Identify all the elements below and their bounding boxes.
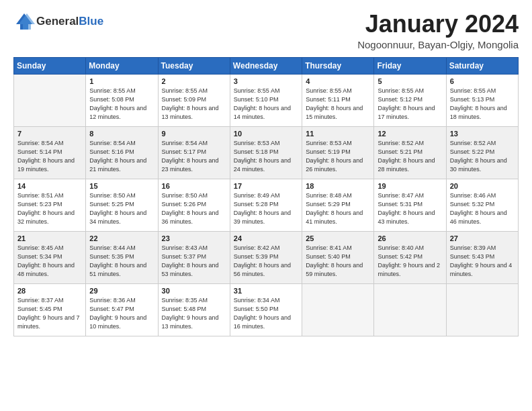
calendar-cell: 19Sunrise: 8:47 AM Sunset: 5:31 PM Dayli… <box>374 179 446 231</box>
calendar-cell: 8Sunrise: 8:54 AM Sunset: 5:16 PM Daylig… <box>86 126 158 179</box>
day-number: 14 <box>17 182 82 190</box>
header-saturday: Saturday <box>446 57 518 74</box>
day-number: 20 <box>450 182 515 190</box>
logo-icon <box>13 11 35 32</box>
calendar-cell: 11Sunrise: 8:53 AM Sunset: 5:19 PM Dayli… <box>302 126 374 179</box>
header-tuesday: Tuesday <box>158 57 230 74</box>
day-number: 2 <box>162 77 226 85</box>
calendar-cell <box>374 283 446 336</box>
day-number: 31 <box>234 287 298 295</box>
calendar-cell: 17Sunrise: 8:49 AM Sunset: 5:28 PM Dayli… <box>230 179 302 231</box>
page: GeneralBlue January 2024 Nogoonnuur, Bay… <box>0 0 532 411</box>
calendar-cell: 6Sunrise: 8:55 AM Sunset: 5:13 PM Daylig… <box>446 74 518 126</box>
calendar-cell: 22Sunrise: 8:44 AM Sunset: 5:35 PM Dayli… <box>86 231 158 283</box>
day-info: Sunrise: 8:46 AM Sunset: 5:32 PM Dayligh… <box>450 191 515 226</box>
day-number: 3 <box>234 77 298 85</box>
calendar-table: Sunday Monday Tuesday Wednesday Thursday… <box>13 57 519 336</box>
day-number: 28 <box>17 287 82 295</box>
day-info: Sunrise: 8:55 AM Sunset: 5:08 PM Dayligh… <box>89 87 154 122</box>
calendar-header-row: Sunday Monday Tuesday Wednesday Thursday… <box>14 57 519 74</box>
day-number: 23 <box>162 234 226 242</box>
logo: GeneralBlue <box>13 11 103 32</box>
day-info: Sunrise: 8:50 AM Sunset: 5:25 PM Dayligh… <box>89 191 154 226</box>
calendar-week-row: 21Sunrise: 8:45 AM Sunset: 5:34 PM Dayli… <box>14 231 519 283</box>
header-wednesday: Wednesday <box>230 57 302 74</box>
day-number: 29 <box>89 287 154 295</box>
calendar-cell <box>446 283 518 336</box>
day-number: 30 <box>162 287 226 295</box>
day-info: Sunrise: 8:47 AM Sunset: 5:31 PM Dayligh… <box>378 191 442 226</box>
day-info: Sunrise: 8:49 AM Sunset: 5:28 PM Dayligh… <box>234 191 298 226</box>
day-info: Sunrise: 8:54 AM Sunset: 5:16 PM Dayligh… <box>89 139 154 174</box>
day-info: Sunrise: 8:39 AM Sunset: 5:43 PM Dayligh… <box>450 244 515 279</box>
calendar-week-row: 14Sunrise: 8:51 AM Sunset: 5:23 PM Dayli… <box>14 179 519 231</box>
calendar-cell: 13Sunrise: 8:52 AM Sunset: 5:22 PM Dayli… <box>446 126 518 179</box>
calendar-cell: 27Sunrise: 8:39 AM Sunset: 5:43 PM Dayli… <box>446 231 518 283</box>
month-title: January 2024 <box>357 11 519 38</box>
day-info: Sunrise: 8:48 AM Sunset: 5:29 PM Dayligh… <box>306 191 370 226</box>
calendar-cell: 26Sunrise: 8:40 AM Sunset: 5:42 PM Dayli… <box>374 231 446 283</box>
day-number: 25 <box>306 234 370 242</box>
day-number: 26 <box>378 234 442 242</box>
day-info: Sunrise: 8:36 AM Sunset: 5:47 PM Dayligh… <box>89 296 154 331</box>
day-number: 18 <box>306 182 370 190</box>
header-monday: Monday <box>86 57 158 74</box>
day-number: 9 <box>162 130 226 138</box>
title-block: January 2024 Nogoonnuur, Bayan-Olgiy, Mo… <box>357 11 519 50</box>
day-number: 10 <box>234 130 298 138</box>
header-thursday: Thursday <box>302 57 374 74</box>
logo-general-text: General <box>36 15 79 28</box>
logo-blue-text: Blue <box>79 15 103 28</box>
day-number: 11 <box>306 130 370 138</box>
day-number: 13 <box>450 130 515 138</box>
calendar-cell: 9Sunrise: 8:54 AM Sunset: 5:17 PM Daylig… <box>158 126 230 179</box>
day-number: 1 <box>89 77 154 85</box>
day-info: Sunrise: 8:52 AM Sunset: 5:21 PM Dayligh… <box>378 139 442 174</box>
calendar-cell <box>14 74 86 126</box>
day-info: Sunrise: 8:55 AM Sunset: 5:10 PM Dayligh… <box>234 87 298 122</box>
day-info: Sunrise: 8:35 AM Sunset: 5:48 PM Dayligh… <box>162 296 226 331</box>
calendar-cell: 7Sunrise: 8:54 AM Sunset: 5:14 PM Daylig… <box>14 126 86 179</box>
day-info: Sunrise: 8:43 AM Sunset: 5:37 PM Dayligh… <box>162 244 226 279</box>
day-number: 21 <box>17 234 82 242</box>
calendar-cell: 31Sunrise: 8:34 AM Sunset: 5:50 PM Dayli… <box>230 283 302 336</box>
day-number: 6 <box>450 77 515 85</box>
calendar-cell: 21Sunrise: 8:45 AM Sunset: 5:34 PM Dayli… <box>14 231 86 283</box>
day-number: 15 <box>89 182 154 190</box>
day-info: Sunrise: 8:51 AM Sunset: 5:23 PM Dayligh… <box>17 191 82 226</box>
day-info: Sunrise: 8:52 AM Sunset: 5:22 PM Dayligh… <box>450 139 515 174</box>
calendar-cell: 2Sunrise: 8:55 AM Sunset: 5:09 PM Daylig… <box>158 74 230 126</box>
day-info: Sunrise: 8:54 AM Sunset: 5:14 PM Dayligh… <box>17 139 82 174</box>
day-info: Sunrise: 8:44 AM Sunset: 5:35 PM Dayligh… <box>89 244 154 279</box>
calendar-cell: 3Sunrise: 8:55 AM Sunset: 5:10 PM Daylig… <box>230 74 302 126</box>
calendar-cell: 12Sunrise: 8:52 AM Sunset: 5:21 PM Dayli… <box>374 126 446 179</box>
day-info: Sunrise: 8:34 AM Sunset: 5:50 PM Dayligh… <box>234 296 298 331</box>
day-number: 16 <box>162 182 226 190</box>
day-number: 17 <box>234 182 298 190</box>
calendar-cell: 16Sunrise: 8:50 AM Sunset: 5:26 PM Dayli… <box>158 179 230 231</box>
day-number: 24 <box>234 234 298 242</box>
calendar-cell: 23Sunrise: 8:43 AM Sunset: 5:37 PM Dayli… <box>158 231 230 283</box>
calendar-cell <box>302 283 374 336</box>
calendar-cell: 29Sunrise: 8:36 AM Sunset: 5:47 PM Dayli… <box>86 283 158 336</box>
calendar-cell: 14Sunrise: 8:51 AM Sunset: 5:23 PM Dayli… <box>14 179 86 231</box>
day-info: Sunrise: 8:55 AM Sunset: 5:11 PM Dayligh… <box>306 87 370 122</box>
calendar-cell: 24Sunrise: 8:42 AM Sunset: 5:39 PM Dayli… <box>230 231 302 283</box>
day-number: 5 <box>378 77 442 85</box>
day-info: Sunrise: 8:54 AM Sunset: 5:17 PM Dayligh… <box>162 139 226 174</box>
calendar-cell: 30Sunrise: 8:35 AM Sunset: 5:48 PM Dayli… <box>158 283 230 336</box>
calendar-cell: 20Sunrise: 8:46 AM Sunset: 5:32 PM Dayli… <box>446 179 518 231</box>
location: Nogoonnuur, Bayan-Olgiy, Mongolia <box>357 39 519 50</box>
calendar-cell: 1Sunrise: 8:55 AM Sunset: 5:08 PM Daylig… <box>86 74 158 126</box>
day-info: Sunrise: 8:55 AM Sunset: 5:12 PM Dayligh… <box>378 87 442 122</box>
calendar-cell: 5Sunrise: 8:55 AM Sunset: 5:12 PM Daylig… <box>374 74 446 126</box>
day-number: 7 <box>17 130 82 138</box>
calendar-week-row: 1Sunrise: 8:55 AM Sunset: 5:08 PM Daylig… <box>14 74 519 126</box>
calendar-cell: 4Sunrise: 8:55 AM Sunset: 5:11 PM Daylig… <box>302 74 374 126</box>
header-sunday: Sunday <box>14 57 86 74</box>
day-info: Sunrise: 8:40 AM Sunset: 5:42 PM Dayligh… <box>378 244 442 279</box>
day-number: 8 <box>89 130 154 138</box>
day-info: Sunrise: 8:45 AM Sunset: 5:34 PM Dayligh… <box>17 244 82 279</box>
calendar-week-row: 7Sunrise: 8:54 AM Sunset: 5:14 PM Daylig… <box>14 126 519 179</box>
day-info: Sunrise: 8:53 AM Sunset: 5:19 PM Dayligh… <box>306 139 370 174</box>
